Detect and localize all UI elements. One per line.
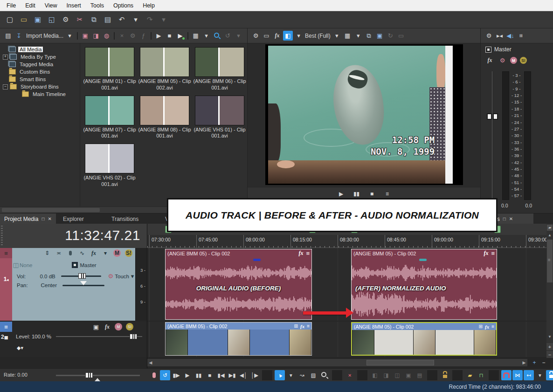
thumbnail-image[interactable] xyxy=(85,144,134,173)
pan-slider-handle[interactable] xyxy=(80,281,87,285)
menu-item[interactable]: Options xyxy=(109,2,138,9)
menu-item[interactable]: Tools xyxy=(86,2,109,9)
transport-button[interactable]: ▧ xyxy=(308,370,318,380)
media-toolbar-icon[interactable]: ▾ xyxy=(201,31,211,41)
media-thumbnail[interactable]: (ANGIE 8MM 06) - Clip 001.avi xyxy=(192,47,247,91)
preview-toolbar-icon[interactable]: ▦ xyxy=(343,31,353,41)
tab-project-media[interactable]: Project Media □ ✕ xyxy=(0,213,56,224)
media-toolbar-icon[interactable]: ■ xyxy=(165,31,174,41)
scroll-right-icon[interactable]: ▶ xyxy=(521,360,527,365)
transport-button[interactable] xyxy=(332,370,342,380)
preview-quality-select[interactable]: Best (Full) xyxy=(305,33,331,39)
thumbnail-image[interactable] xyxy=(140,47,189,77)
zoom-button[interactable]: − xyxy=(540,359,547,366)
tree-item[interactable]: Tagged Media xyxy=(0,61,80,68)
media-toolbar-icon[interactable] xyxy=(187,32,188,40)
menu-item[interactable]: Help xyxy=(138,2,159,9)
transport-button[interactable]: ↝ xyxy=(297,370,307,380)
timeline-vscrollbar[interactable]: ▰ ▲ ▼ + − xyxy=(546,224,553,358)
zoom-button[interactable]: + xyxy=(531,359,538,366)
media-toolbar-icon[interactable]: ▶ xyxy=(175,31,185,41)
event-fx-icon[interactable]: fx xyxy=(300,323,304,329)
scroll-left-icon[interactable]: ◀ xyxy=(147,360,154,365)
event-menu-icon[interactable]: ≡ xyxy=(307,323,310,329)
media-toolbar-icon[interactable]: ↧ xyxy=(14,31,24,41)
transport-button[interactable]: ◨ xyxy=(381,370,391,380)
import-media-button[interactable]: Import Media... xyxy=(26,33,63,39)
menu-item[interactable]: Edit xyxy=(21,2,40,9)
toolbar-icon[interactable]: ◱ xyxy=(46,14,58,26)
level-slider-handle[interactable] xyxy=(130,334,137,339)
preview-toolbar-icon[interactable]: ⚙ xyxy=(251,31,261,41)
marker-tool-icon[interactable]: ▰ xyxy=(547,225,553,231)
video-event-after[interactable]: (ANGIE 8MM 05) - Clip 002 ⊞ fx ≡ xyxy=(351,322,497,356)
master-bus-button[interactable]: M xyxy=(510,57,517,64)
media-toolbar-icon[interactable]: ▤ xyxy=(3,31,13,41)
track2-button[interactable]: ▣ xyxy=(92,323,100,330)
vol-slider-handle[interactable] xyxy=(78,273,86,279)
media-toolbar-icon[interactable] xyxy=(212,31,222,41)
transport-button[interactable]: × xyxy=(345,370,355,380)
media-scrollbar-thumb[interactable] xyxy=(2,208,100,212)
media-thumbnail[interactable]: (ANGIE 8MM 05) - Clip 002.avi xyxy=(137,47,192,91)
zoom-button[interactable] xyxy=(550,359,553,366)
track1-bus-assignment[interactable]: Master xyxy=(80,262,97,268)
toolbar-icon[interactable]: ▤ xyxy=(102,14,114,26)
track1-button[interactable] xyxy=(67,249,74,257)
toolbar-icon[interactable]: ✂ xyxy=(74,14,86,26)
master-bus-button[interactable]: S! xyxy=(520,57,527,64)
track-height-decrease[interactable]: − xyxy=(546,351,553,358)
toolbar-icon[interactable]: ↶ xyxy=(116,14,128,26)
tab-explorer[interactable]: Explorer xyxy=(59,213,88,224)
current-timecode[interactable]: 11:32:47.21 xyxy=(65,227,140,243)
tree-item[interactable]: All Media xyxy=(0,46,80,53)
vol-slider[interactable] xyxy=(61,275,102,277)
media-thumbnail[interactable]: (ANGIE VHS 02) - Clip 001.avi xyxy=(82,144,137,188)
event-crop-icon[interactable]: ⊞ xyxy=(294,323,298,329)
track1-button[interactable]: ≍ xyxy=(55,249,62,257)
toolbar-icon[interactable]: ↷ xyxy=(144,14,156,26)
video-track-lane[interactable]: (ANGIE 8MM 05) - Clip 002 ⊞ fx ≡ (ANGI xyxy=(147,322,546,357)
transport-button[interactable]: ◫ xyxy=(392,370,402,380)
audio-event-before[interactable]: (ANGIE 8MM 05) - Clip 002 fx ≡ ORIGINAL … xyxy=(165,249,312,320)
transport-button[interactable] xyxy=(319,370,330,380)
scroll-up-icon[interactable]: ▲ xyxy=(546,233,553,237)
preview-toolbar-icon[interactable]: fx xyxy=(272,31,282,41)
tree-expander-icon[interactable]: + xyxy=(3,55,8,60)
audio-track-lane[interactable]: (ANGIE 8MM 05) - Clip 002 fx ≡ ORIGINAL … xyxy=(147,248,546,321)
media-toolbar-icon[interactable]: ⚙ xyxy=(128,31,138,41)
track2-menu-icon[interactable]: ≡ xyxy=(0,322,12,332)
keyframe-icon[interactable]: ◆▾ xyxy=(17,345,23,351)
preview-toolbar-icon[interactable]: ▾ xyxy=(332,31,342,41)
media-thumbnail[interactable]: (ANGIE 8MM 07) - Clip 001.avi xyxy=(82,96,137,140)
pan-slider[interactable] xyxy=(62,285,104,286)
preview-transport-button[interactable]: ▶ xyxy=(336,189,346,199)
transport-button[interactable]: ▣ xyxy=(403,370,414,380)
undock-icon[interactable]: □ xyxy=(503,216,506,221)
timeline-hscrollbar[interactable]: ◀ ▶ xyxy=(147,359,527,366)
thumbnail-image[interactable] xyxy=(195,47,244,77)
track1-button[interactable]: M xyxy=(113,249,121,257)
toolbar-icon[interactable]: ▾ xyxy=(158,14,170,26)
tab-transitions[interactable]: Transitions xyxy=(107,213,143,224)
preview-toolbar-icon[interactable]: ▭ xyxy=(396,31,406,41)
media-toolbar-icon[interactable]: ▾ xyxy=(234,31,243,41)
audio-event-after[interactable]: (ANGIE 8MM 05) - Clip 002 fx ≡ (AFTER) N… xyxy=(351,249,497,320)
media-toolbar-icon[interactable]: ƒ xyxy=(138,31,148,41)
media-toolbar-icon[interactable]: ◍ xyxy=(102,31,111,41)
master-toolbar-icon[interactable]: ◀↓ xyxy=(505,31,515,41)
transport-button[interactable]: ▾ xyxy=(286,370,296,380)
tree-item[interactable]: Smart Bins xyxy=(0,76,80,83)
track1-button[interactable]: S! xyxy=(125,249,132,257)
transport-button[interactable]: ↤ xyxy=(524,370,534,380)
pan-value[interactable]: Center xyxy=(33,282,57,288)
toolbar-icon[interactable]: ⧉ xyxy=(88,14,100,26)
tree-item[interactable]: Custom Bins xyxy=(0,68,80,76)
vol-value[interactable]: 0.0 dB xyxy=(32,274,55,279)
hscroll-track[interactable] xyxy=(154,359,521,366)
transport-button[interactable] xyxy=(262,370,272,380)
media-toolbar-icon[interactable]: ▾ xyxy=(65,31,75,41)
thumbnail-image[interactable] xyxy=(140,96,189,125)
meter-bar-right[interactable] xyxy=(524,71,531,200)
media-toolbar-icon[interactable] xyxy=(151,32,152,40)
